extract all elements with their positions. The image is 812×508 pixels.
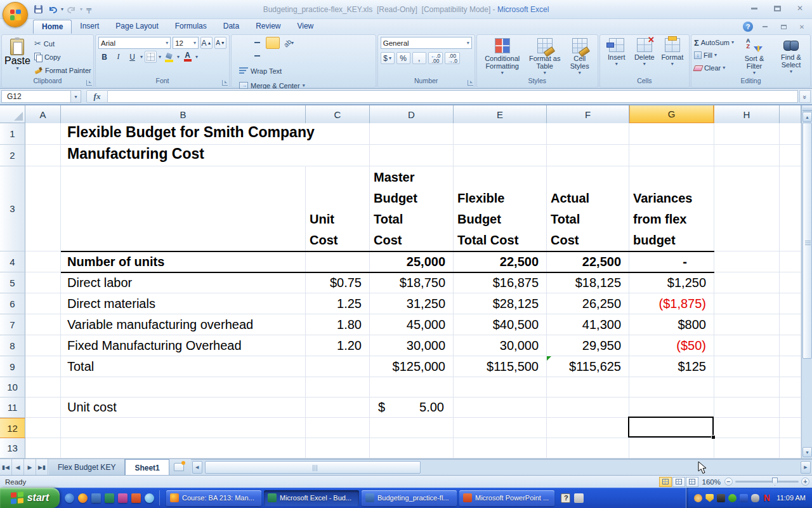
cell-G11[interactable] [629, 398, 714, 418]
cell-D6[interactable]: 31,250 [370, 293, 454, 314]
office-button[interactable] [3, 2, 28, 27]
cell-G5[interactable]: $1,250 [629, 272, 714, 293]
cell-A1[interactable] [25, 123, 61, 145]
undo-dropdown[interactable]: ▾ [61, 6, 63, 12]
fill-button[interactable]: ↓Fill▾ [694, 50, 734, 61]
name-box[interactable]: G12 [1, 90, 71, 103]
cell-C7[interactable]: 1.80 [306, 314, 370, 335]
row-header-13[interactable]: 13 [0, 438, 25, 458]
increase-indent-button[interactable] [298, 50, 311, 62]
insert-worksheet-button[interactable] [169, 459, 188, 475]
first-sheet-button[interactable]: ▮◀ [0, 459, 12, 475]
zoom-slider-handle[interactable] [772, 478, 778, 486]
cell-E11[interactable] [454, 398, 547, 418]
expand-formula-bar-button[interactable]: » [799, 90, 811, 103]
decrease-indent-button[interactable] [282, 50, 296, 62]
cell-G13[interactable] [629, 438, 714, 458]
normal-view-button[interactable] [659, 477, 672, 487]
cell-H1[interactable] [714, 123, 780, 145]
cell-E1[interactable] [454, 123, 547, 145]
font-color-button[interactable]: A [181, 51, 193, 63]
accounting-format-button[interactable]: $▾ [381, 52, 395, 64]
task-button-course-ba-213-man[interactable]: Course: BA 213: Man... [166, 490, 261, 506]
cell-x12[interactable] [780, 418, 801, 438]
task-button-budgeting-practice-fl[interactable]: Budgeting_practice-fl... [362, 490, 457, 506]
cell-B4[interactable]: Number of units [61, 251, 306, 272]
cell-x6[interactable] [780, 293, 801, 314]
page-layout-view-button[interactable] [672, 477, 685, 487]
cell-F4[interactable]: 22,500 [547, 251, 629, 272]
cell-C8[interactable]: 1.20 [306, 335, 370, 356]
cell-E12[interactable] [454, 418, 547, 438]
font-dialog-launcher[interactable] [222, 80, 228, 86]
number-format-select[interactable]: General▾ [381, 37, 472, 49]
row-header-6[interactable]: 6 [0, 293, 25, 314]
cell-E3[interactable]: Flexible Budget Total Cost [454, 166, 547, 251]
undo-button[interactable] [46, 4, 59, 15]
cell-G7[interactable]: $800 [629, 314, 714, 335]
save-button[interactable] [32, 4, 44, 15]
excel-icon[interactable] [105, 493, 114, 503]
cell-D10[interactable] [370, 377, 454, 398]
row-header-1[interactable]: 1 [0, 123, 25, 145]
cell-G1[interactable] [629, 123, 714, 145]
tab-home[interactable]: Home [33, 20, 72, 34]
customize-qat-button[interactable]: ╤ [84, 5, 93, 14]
msn-icon[interactable] [145, 493, 154, 503]
cell-H9[interactable] [714, 356, 780, 377]
tab-formulas[interactable]: Formulas [167, 20, 215, 34]
horizontal-scroll-thumb[interactable] [205, 461, 421, 474]
middle-align-button[interactable] [250, 37, 264, 49]
cell-C11[interactable] [306, 398, 370, 418]
cell-B1[interactable]: Flexible Budget for Smith Company [61, 123, 306, 145]
clear-button[interactable]: Clear▾ [694, 62, 734, 74]
cell-A2[interactable] [25, 145, 61, 166]
cell-C10[interactable] [306, 377, 370, 398]
publisher-icon[interactable] [118, 493, 128, 503]
cell-H10[interactable] [714, 377, 780, 398]
cell-G9[interactable]: $125 [629, 356, 714, 377]
autosum-button[interactable]: ΣAutoSum▾ [694, 37, 734, 48]
previous-sheet-button[interactable]: ◀ [12, 459, 24, 475]
close-button[interactable]: ✕ [792, 3, 808, 13]
cell-B8[interactable]: Fixed Manufacturing Overhead [61, 335, 306, 356]
cell-D13[interactable] [370, 438, 454, 458]
cell-G2[interactable] [629, 145, 714, 166]
cell-F11[interactable] [547, 398, 629, 418]
row-header-11[interactable]: 11 [0, 398, 25, 418]
cell-D9[interactable]: $125,000 [370, 356, 454, 377]
sheet-tab-sheet1[interactable]: Sheet1 [125, 459, 169, 475]
cell-A3[interactable] [25, 166, 61, 251]
scroll-left-button[interactable]: ◀ [192, 461, 202, 474]
cell-A6[interactable] [25, 293, 61, 314]
cell-C12[interactable] [306, 418, 370, 438]
column-header-C[interactable]: C [306, 105, 370, 123]
format-cells-button[interactable]: Format▾ [658, 37, 686, 77]
cell-x3[interactable] [780, 166, 801, 251]
cell-F12[interactable] [547, 418, 629, 438]
copy-button[interactable]: Copy [33, 50, 93, 64]
netsupport-icon[interactable]: N [763, 494, 771, 502]
cell-x5[interactable] [780, 272, 801, 293]
delete-cells-button[interactable]: Delete▾ [631, 37, 658, 77]
cell-x7[interactable] [780, 314, 801, 335]
cell-C5[interactable]: $0.75 [306, 272, 370, 293]
antivirus-icon[interactable] [728, 494, 737, 502]
workbook-close-button[interactable]: ✕ [796, 23, 808, 31]
cell-H5[interactable] [714, 272, 780, 293]
column-header-F[interactable]: F [547, 105, 629, 123]
task-button-microsoft-excel-bud[interactable]: Microsoft Excel - Bud... [264, 490, 359, 506]
row-header-4[interactable]: 4 [0, 251, 25, 272]
cell-x4[interactable] [780, 251, 801, 272]
align-right-button[interactable] [266, 50, 280, 62]
cell-D1[interactable] [370, 123, 454, 145]
fill-color-button[interactable] [163, 51, 175, 63]
volume-icon[interactable] [694, 494, 702, 502]
cell-C4[interactable] [306, 251, 370, 272]
wrap-text-button[interactable]: Wrap Text [238, 64, 373, 77]
cell-F8[interactable]: 29,950 [547, 335, 629, 356]
row-header-3[interactable]: 3 [0, 166, 25, 251]
shrink-font-button[interactable]: A▼ [214, 37, 226, 49]
cell-styles-button[interactable]: Cell Styles▾ [565, 37, 595, 77]
column-header-A[interactable]: A [25, 105, 61, 123]
